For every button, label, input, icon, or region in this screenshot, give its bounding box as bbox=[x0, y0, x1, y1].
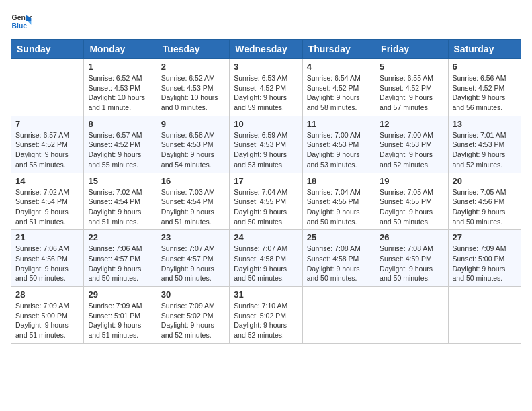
col-header-wednesday: Wednesday bbox=[230, 40, 302, 59]
day-number: 25 bbox=[307, 232, 371, 242]
day-info: Sunrise: 7:10 AMSunset: 5:02 PMDaylight:… bbox=[234, 301, 298, 340]
svg-text:Blue: Blue bbox=[12, 22, 28, 30]
day-info: Sunrise: 7:07 AMSunset: 4:57 PMDaylight:… bbox=[161, 244, 225, 283]
day-number: 28 bbox=[15, 289, 79, 300]
day-info: Sunrise: 7:04 AMSunset: 4:55 PMDaylight:… bbox=[234, 187, 298, 227]
day-cell: 28Sunrise: 7:09 AMSunset: 5:00 PMDayligh… bbox=[11, 287, 84, 344]
day-info: Sunrise: 6:52 AMSunset: 4:53 PMDaylight:… bbox=[88, 73, 152, 113]
day-cell: 4Sunrise: 6:54 AMSunset: 4:52 PMDaylight… bbox=[302, 59, 375, 116]
day-info: Sunrise: 7:09 AMSunset: 5:00 PMDaylight:… bbox=[453, 244, 517, 283]
day-number: 30 bbox=[161, 289, 225, 300]
day-number: 4 bbox=[307, 62, 371, 72]
day-cell: 11Sunrise: 7:00 AMSunset: 4:53 PMDayligh… bbox=[302, 116, 375, 173]
calendar-header-row: SundayMondayTuesdayWednesdayThursdayFrid… bbox=[11, 40, 521, 59]
day-cell: 26Sunrise: 7:08 AMSunset: 4:59 PMDayligh… bbox=[375, 230, 448, 287]
week-row-2: 7Sunrise: 6:57 AMSunset: 4:52 PMDaylight… bbox=[11, 116, 521, 173]
day-cell: 16Sunrise: 7:03 AMSunset: 4:54 PMDayligh… bbox=[157, 173, 229, 230]
day-info: Sunrise: 7:02 AMSunset: 4:54 PMDaylight:… bbox=[15, 187, 79, 227]
day-cell: 30Sunrise: 7:09 AMSunset: 5:02 PMDayligh… bbox=[157, 287, 229, 344]
day-cell: 19Sunrise: 7:05 AMSunset: 4:55 PMDayligh… bbox=[375, 173, 448, 230]
day-info: Sunrise: 7:08 AMSunset: 4:59 PMDaylight:… bbox=[380, 244, 443, 283]
day-cell: 15Sunrise: 7:02 AMSunset: 4:54 PMDayligh… bbox=[84, 173, 157, 230]
day-info: Sunrise: 7:05 AMSunset: 4:56 PMDaylight:… bbox=[453, 187, 517, 227]
col-header-monday: Monday bbox=[84, 40, 157, 59]
day-number: 10 bbox=[234, 119, 298, 129]
day-info: Sunrise: 6:53 AMSunset: 4:52 PMDaylight:… bbox=[234, 73, 298, 113]
day-info: Sunrise: 7:09 AMSunset: 5:02 PMDaylight:… bbox=[161, 301, 225, 340]
day-cell: 17Sunrise: 7:04 AMSunset: 4:55 PMDayligh… bbox=[230, 173, 302, 230]
day-info: Sunrise: 6:55 AMSunset: 4:52 PMDaylight:… bbox=[380, 73, 443, 113]
day-number: 1 bbox=[88, 62, 152, 72]
week-row-1: 1Sunrise: 6:52 AMSunset: 4:53 PMDaylight… bbox=[11, 59, 521, 116]
day-cell bbox=[302, 287, 375, 344]
day-cell: 7Sunrise: 6:57 AMSunset: 4:52 PMDaylight… bbox=[11, 116, 84, 173]
day-number: 23 bbox=[161, 232, 225, 242]
day-info: Sunrise: 7:00 AMSunset: 4:53 PMDaylight:… bbox=[380, 130, 443, 170]
day-number: 21 bbox=[15, 232, 79, 242]
day-cell: 2Sunrise: 6:52 AMSunset: 4:53 PMDaylight… bbox=[157, 59, 229, 116]
day-info: Sunrise: 7:04 AMSunset: 4:55 PMDaylight:… bbox=[307, 187, 371, 227]
day-info: Sunrise: 7:01 AMSunset: 4:53 PMDaylight:… bbox=[453, 130, 517, 170]
day-cell: 18Sunrise: 7:04 AMSunset: 4:55 PMDayligh… bbox=[302, 173, 375, 230]
day-cell: 22Sunrise: 7:06 AMSunset: 4:57 PMDayligh… bbox=[84, 230, 157, 287]
col-header-tuesday: Tuesday bbox=[157, 40, 229, 59]
day-cell: 31Sunrise: 7:10 AMSunset: 5:02 PMDayligh… bbox=[230, 287, 302, 344]
col-header-friday: Friday bbox=[375, 40, 448, 59]
day-cell: 29Sunrise: 7:09 AMSunset: 5:01 PMDayligh… bbox=[84, 287, 157, 344]
day-info: Sunrise: 6:59 AMSunset: 4:53 PMDaylight:… bbox=[234, 130, 298, 170]
day-info: Sunrise: 6:56 AMSunset: 4:52 PMDaylight:… bbox=[453, 73, 517, 113]
day-info: Sunrise: 7:06 AMSunset: 4:57 PMDaylight:… bbox=[88, 244, 152, 283]
day-cell: 3Sunrise: 6:53 AMSunset: 4:52 PMDaylight… bbox=[230, 59, 302, 116]
day-number: 31 bbox=[234, 289, 298, 300]
day-number: 17 bbox=[234, 176, 298, 186]
calendar-table: SundayMondayTuesdayWednesdayThursdayFrid… bbox=[11, 39, 521, 344]
day-cell: 12Sunrise: 7:00 AMSunset: 4:53 PMDayligh… bbox=[375, 116, 448, 173]
logo: General Blue bbox=[11, 11, 32, 32]
col-header-thursday: Thursday bbox=[302, 40, 375, 59]
day-info: Sunrise: 7:06 AMSunset: 4:56 PMDaylight:… bbox=[15, 244, 79, 283]
day-info: Sunrise: 6:57 AMSunset: 4:52 PMDaylight:… bbox=[88, 130, 152, 170]
week-row-3: 14Sunrise: 7:02 AMSunset: 4:54 PMDayligh… bbox=[11, 173, 521, 230]
day-number: 29 bbox=[88, 289, 152, 300]
day-cell: 24Sunrise: 7:07 AMSunset: 4:58 PMDayligh… bbox=[230, 230, 302, 287]
day-number: 19 bbox=[380, 176, 443, 186]
day-number: 12 bbox=[380, 119, 443, 129]
day-number: 27 bbox=[453, 232, 517, 242]
week-row-5: 28Sunrise: 7:09 AMSunset: 5:00 PMDayligh… bbox=[11, 287, 521, 344]
page-header: General Blue bbox=[11, 11, 521, 32]
day-cell bbox=[448, 287, 521, 344]
day-cell: 13Sunrise: 7:01 AMSunset: 4:53 PMDayligh… bbox=[448, 116, 521, 173]
day-info: Sunrise: 6:54 AMSunset: 4:52 PMDaylight:… bbox=[307, 73, 371, 113]
day-number: 15 bbox=[88, 176, 152, 186]
day-cell bbox=[11, 59, 84, 116]
day-cell: 9Sunrise: 6:58 AMSunset: 4:53 PMDaylight… bbox=[157, 116, 229, 173]
day-cell bbox=[375, 287, 448, 344]
day-number: 3 bbox=[234, 62, 298, 72]
day-number: 13 bbox=[453, 119, 517, 129]
day-info: Sunrise: 6:57 AMSunset: 4:52 PMDaylight:… bbox=[15, 130, 79, 170]
day-info: Sunrise: 6:52 AMSunset: 4:53 PMDaylight:… bbox=[161, 73, 225, 113]
day-cell: 8Sunrise: 6:57 AMSunset: 4:52 PMDaylight… bbox=[84, 116, 157, 173]
day-cell: 23Sunrise: 7:07 AMSunset: 4:57 PMDayligh… bbox=[157, 230, 229, 287]
day-cell: 27Sunrise: 7:09 AMSunset: 5:00 PMDayligh… bbox=[448, 230, 521, 287]
day-info: Sunrise: 7:03 AMSunset: 4:54 PMDaylight:… bbox=[161, 187, 225, 227]
day-cell: 5Sunrise: 6:55 AMSunset: 4:52 PMDaylight… bbox=[375, 59, 448, 116]
day-info: Sunrise: 7:05 AMSunset: 4:55 PMDaylight:… bbox=[380, 187, 443, 227]
day-number: 2 bbox=[161, 62, 225, 72]
day-info: Sunrise: 7:09 AMSunset: 5:00 PMDaylight:… bbox=[15, 301, 79, 340]
day-cell: 21Sunrise: 7:06 AMSunset: 4:56 PMDayligh… bbox=[11, 230, 84, 287]
day-info: Sunrise: 7:08 AMSunset: 4:58 PMDaylight:… bbox=[307, 244, 371, 283]
svg-marker-3 bbox=[28, 21, 32, 25]
day-cell: 10Sunrise: 6:59 AMSunset: 4:53 PMDayligh… bbox=[230, 116, 302, 173]
day-number: 6 bbox=[453, 62, 517, 72]
day-number: 7 bbox=[15, 119, 79, 129]
day-cell: 25Sunrise: 7:08 AMSunset: 4:58 PMDayligh… bbox=[302, 230, 375, 287]
day-number: 18 bbox=[307, 176, 371, 186]
col-header-saturday: Saturday bbox=[448, 40, 521, 59]
week-row-4: 21Sunrise: 7:06 AMSunset: 4:56 PMDayligh… bbox=[11, 230, 521, 287]
day-info: Sunrise: 7:09 AMSunset: 5:01 PMDaylight:… bbox=[88, 301, 152, 340]
day-number: 9 bbox=[161, 119, 225, 129]
day-number: 20 bbox=[453, 176, 517, 186]
day-cell: 1Sunrise: 6:52 AMSunset: 4:53 PMDaylight… bbox=[84, 59, 157, 116]
day-number: 11 bbox=[307, 119, 371, 129]
